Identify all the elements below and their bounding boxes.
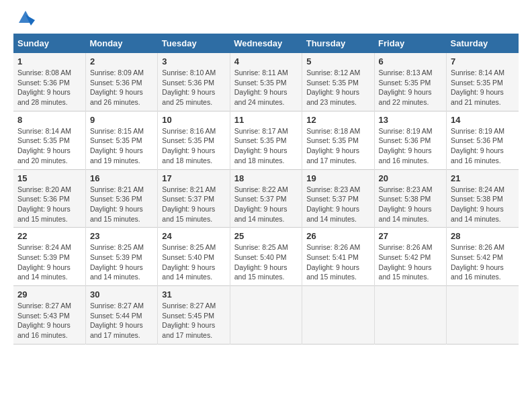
day-cell: 15 Sunrise: 8:20 AMSunset: 5:36 PMDaylig… [13, 169, 85, 228]
day-cell: 14 Sunrise: 8:19 AMSunset: 5:36 PMDaylig… [447, 111, 519, 169]
day-cell: 18 Sunrise: 8:22 AMSunset: 5:37 PMDaylig… [230, 169, 302, 228]
day-cell: 2 Sunrise: 8:09 AMSunset: 5:36 PMDayligh… [85, 53, 157, 111]
week-row-2: 8 Sunrise: 8:14 AMSunset: 5:35 PMDayligh… [13, 111, 519, 169]
day-info: Sunrise: 8:13 AMSunset: 5:35 PMDaylight:… [379, 68, 433, 106]
day-info: Sunrise: 8:16 AMSunset: 5:35 PMDaylight:… [162, 127, 216, 165]
day-cell: 21 Sunrise: 8:24 AMSunset: 5:38 PMDaylig… [447, 169, 519, 228]
day-cell: 27 Sunrise: 8:26 AMSunset: 5:42 PMDaylig… [374, 228, 446, 286]
day-info: Sunrise: 8:27 AMSunset: 5:43 PMDaylight:… [17, 302, 71, 339]
day-number: 7 [451, 56, 515, 66]
day-cell: 24 Sunrise: 8:25 AMSunset: 5:40 PMDaylig… [158, 228, 230, 286]
day-cell: 31 Sunrise: 8:27 AMSunset: 5:45 PMDaylig… [158, 286, 230, 345]
day-number: 12 [306, 115, 369, 125]
day-cell: 25 Sunrise: 8:25 AMSunset: 5:40 PMDaylig… [230, 228, 302, 286]
day-cell: 3 Sunrise: 8:10 AMSunset: 5:36 PMDayligh… [158, 53, 230, 111]
day-cell: 9 Sunrise: 8:15 AMSunset: 5:35 PMDayligh… [85, 111, 157, 169]
day-info: Sunrise: 8:11 AMSunset: 5:35 PMDaylight:… [234, 68, 288, 106]
page-header [13, 13, 519, 27]
day-number: 1 [17, 56, 81, 66]
day-number: 23 [90, 231, 153, 241]
day-cell [447, 286, 519, 345]
day-cell: 4 Sunrise: 8:11 AMSunset: 5:35 PMDayligh… [230, 53, 302, 111]
day-info: Sunrise: 8:14 AMSunset: 5:35 PMDaylight:… [17, 127, 71, 165]
day-number: 15 [17, 173, 81, 183]
day-number: 28 [451, 231, 515, 241]
day-cell: 17 Sunrise: 8:21 AMSunset: 5:37 PMDaylig… [158, 169, 230, 228]
day-cell: 6 Sunrise: 8:13 AMSunset: 5:35 PMDayligh… [374, 53, 446, 111]
header-thursday: Thursday [302, 34, 374, 53]
day-info: Sunrise: 8:24 AMSunset: 5:38 PMDaylight:… [451, 185, 504, 223]
day-info: Sunrise: 8:25 AMSunset: 5:40 PMDaylight:… [162, 243, 216, 281]
day-info: Sunrise: 8:19 AMSunset: 5:36 PMDaylight:… [451, 127, 504, 165]
day-cell: 19 Sunrise: 8:23 AMSunset: 5:37 PMDaylig… [302, 169, 374, 228]
day-info: Sunrise: 8:22 AMSunset: 5:37 PMDaylight:… [234, 185, 288, 223]
day-number: 13 [379, 115, 442, 125]
day-info: Sunrise: 8:12 AMSunset: 5:35 PMDaylight:… [306, 68, 360, 106]
day-number: 3 [162, 56, 225, 66]
day-number: 31 [162, 289, 225, 300]
header-tuesday: Tuesday [158, 34, 230, 53]
day-info: Sunrise: 8:18 AMSunset: 5:35 PMDaylight:… [306, 127, 360, 165]
day-number: 8 [17, 115, 81, 125]
day-number: 4 [234, 56, 298, 66]
day-cell [302, 286, 374, 345]
day-number: 18 [234, 173, 298, 183]
day-cell: 13 Sunrise: 8:19 AMSunset: 5:36 PMDaylig… [374, 111, 446, 169]
day-info: Sunrise: 8:27 AMSunset: 5:44 PMDaylight:… [90, 302, 144, 339]
day-cell [230, 286, 302, 345]
day-number: 20 [379, 173, 442, 183]
day-number: 5 [306, 56, 369, 66]
day-info: Sunrise: 8:27 AMSunset: 5:45 PMDaylight:… [162, 302, 216, 339]
header-wednesday: Wednesday [230, 34, 302, 53]
day-cell: 20 Sunrise: 8:23 AMSunset: 5:38 PMDaylig… [374, 169, 446, 228]
calendar-table: SundayMondayTuesdayWednesdayThursdayFrid… [13, 34, 519, 345]
header-saturday: Saturday [447, 34, 519, 53]
day-number: 16 [90, 173, 153, 183]
day-number: 22 [17, 231, 81, 241]
day-cell: 12 Sunrise: 8:18 AMSunset: 5:35 PMDaylig… [302, 111, 374, 169]
day-number: 21 [451, 173, 515, 183]
day-cell: 23 Sunrise: 8:25 AMSunset: 5:39 PMDaylig… [85, 228, 157, 286]
day-number: 19 [306, 173, 369, 183]
day-info: Sunrise: 8:10 AMSunset: 5:36 PMDaylight:… [162, 68, 216, 106]
day-number: 14 [451, 115, 515, 125]
day-cell: 8 Sunrise: 8:14 AMSunset: 5:35 PMDayligh… [13, 111, 85, 169]
header-monday: Monday [85, 34, 157, 53]
day-number: 11 [234, 115, 298, 125]
day-info: Sunrise: 8:08 AMSunset: 5:36 PMDaylight:… [17, 68, 71, 106]
day-info: Sunrise: 8:20 AMSunset: 5:36 PMDaylight:… [17, 185, 71, 223]
day-number: 24 [162, 231, 225, 241]
day-number: 17 [162, 173, 225, 183]
day-info: Sunrise: 8:15 AMSunset: 5:35 PMDaylight:… [90, 127, 144, 165]
day-cell: 7 Sunrise: 8:14 AMSunset: 5:35 PMDayligh… [447, 53, 519, 111]
day-info: Sunrise: 8:21 AMSunset: 5:37 PMDaylight:… [162, 185, 216, 223]
day-number: 30 [90, 289, 153, 300]
day-number: 6 [379, 56, 442, 66]
day-cell: 30 Sunrise: 8:27 AMSunset: 5:44 PMDaylig… [85, 286, 157, 345]
day-cell: 1 Sunrise: 8:08 AMSunset: 5:36 PMDayligh… [13, 53, 85, 111]
days-header-row: SundayMondayTuesdayWednesdayThursdayFrid… [13, 34, 519, 53]
day-info: Sunrise: 8:23 AMSunset: 5:37 PMDaylight:… [306, 185, 360, 223]
day-info: Sunrise: 8:21 AMSunset: 5:36 PMDaylight:… [90, 185, 144, 223]
logo-icon [16, 8, 35, 27]
day-cell: 11 Sunrise: 8:17 AMSunset: 5:35 PMDaylig… [230, 111, 302, 169]
logo [13, 13, 35, 27]
day-cell: 26 Sunrise: 8:26 AMSunset: 5:41 PMDaylig… [302, 228, 374, 286]
day-cell: 5 Sunrise: 8:12 AMSunset: 5:35 PMDayligh… [302, 53, 374, 111]
day-info: Sunrise: 8:25 AMSunset: 5:40 PMDaylight:… [234, 243, 288, 281]
day-info: Sunrise: 8:19 AMSunset: 5:36 PMDaylight:… [379, 127, 433, 165]
day-number: 27 [379, 231, 442, 241]
day-info: Sunrise: 8:23 AMSunset: 5:38 PMDaylight:… [379, 185, 433, 223]
day-number: 25 [234, 231, 298, 241]
header-sunday: Sunday [13, 34, 85, 53]
day-cell: 10 Sunrise: 8:16 AMSunset: 5:35 PMDaylig… [158, 111, 230, 169]
week-row-3: 15 Sunrise: 8:20 AMSunset: 5:36 PMDaylig… [13, 169, 519, 228]
day-number: 26 [306, 231, 369, 241]
week-row-1: 1 Sunrise: 8:08 AMSunset: 5:36 PMDayligh… [13, 53, 519, 111]
day-info: Sunrise: 8:17 AMSunset: 5:35 PMDaylight:… [234, 127, 288, 165]
day-number: 2 [90, 56, 153, 66]
header-friday: Friday [374, 34, 446, 53]
day-number: 9 [90, 115, 153, 125]
day-cell: 16 Sunrise: 8:21 AMSunset: 5:36 PMDaylig… [85, 169, 157, 228]
week-row-4: 22 Sunrise: 8:24 AMSunset: 5:39 PMDaylig… [13, 228, 519, 286]
